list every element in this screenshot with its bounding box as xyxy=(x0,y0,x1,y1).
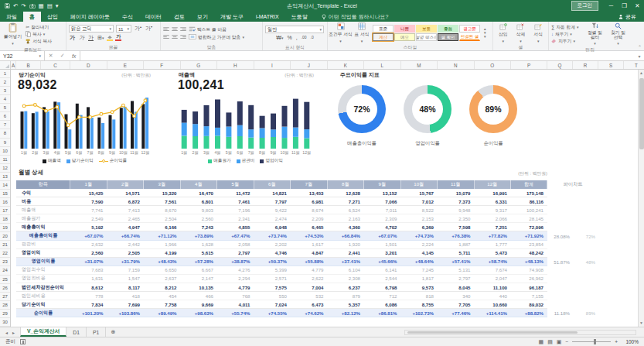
table-cell[interactable]: +77.46% xyxy=(438,309,475,317)
table-cell[interactable]: 4,947 xyxy=(107,223,145,231)
cell-style-memo[interactable]: 메모 xyxy=(394,33,415,41)
camera-icon[interactable] xyxy=(29,4,36,9)
column-header-C[interactable]: C xyxy=(41,61,70,69)
table-cell[interactable]: 89,032 xyxy=(511,300,547,309)
undo-icon[interactable]: ↶ xyxy=(13,3,18,9)
column-header-F[interactable]: F xyxy=(144,61,181,69)
table-cell[interactable]: +89.49% xyxy=(144,309,181,317)
ribbon-tab-7[interactable]: 보기 xyxy=(191,12,214,22)
table-cell[interactable]: 6,166 xyxy=(144,223,181,231)
column-header-D[interactable]: D xyxy=(70,61,107,69)
table-cell[interactable]: 7,575 xyxy=(254,283,291,292)
customize-qat-icon[interactable]: ▾ xyxy=(56,3,59,9)
enter-icon[interactable]: ✓ xyxy=(60,53,65,59)
close-button[interactable]: ✕ xyxy=(631,0,644,12)
table-cell[interactable]: +114.41% xyxy=(475,309,512,317)
table-cell[interactable]: +76.38% xyxy=(438,231,475,240)
table-cell[interactable]: 1,547 xyxy=(107,275,145,283)
table-cell[interactable]: 6,331 xyxy=(475,197,512,206)
table-cell[interactable]: 7,674 xyxy=(475,266,512,275)
table-cell[interactable]: 6,667 xyxy=(181,266,218,275)
redo-icon[interactable]: ↷ xyxy=(21,3,26,9)
table-cell[interactable]: 2,308 xyxy=(328,275,365,283)
table-cell[interactable]: +31.07% xyxy=(70,258,107,266)
net-income-chart[interactable]: 1월2월3월4월5월6월7월8월9월10월11월12월 xyxy=(19,96,151,156)
cell-style-explan[interactable]: 설명 텍스트 xyxy=(416,33,437,41)
table-cell[interactable]: +67.07% xyxy=(70,231,107,240)
table-cell[interactable]: 7,705 xyxy=(438,300,475,309)
table-cell[interactable]: 4,847 xyxy=(291,249,328,258)
align-top-icon[interactable] xyxy=(163,27,169,32)
table-cell[interactable]: 11,472 xyxy=(217,189,254,197)
table-cell[interactable]: 8,612 xyxy=(70,283,107,292)
table-cell[interactable]: +67.47% xyxy=(217,231,254,240)
row-header-15[interactable]: 15 xyxy=(0,190,10,198)
table-cell[interactable]: 5,399 xyxy=(254,266,291,275)
table-cell[interactable]: 2,797 xyxy=(438,275,475,283)
column-header-E[interactable]: E xyxy=(107,61,145,69)
row-label[interactable]: 법인세비용 xyxy=(16,292,70,300)
ribbon-tab-file[interactable]: 파일 xyxy=(0,12,23,22)
table-cell[interactable]: 418 xyxy=(107,292,145,300)
table-cell[interactable]: 8,522 xyxy=(401,206,438,214)
table-cell[interactable]: 454 xyxy=(144,292,181,300)
row-header-9[interactable]: 9 xyxy=(0,139,10,147)
table-cell[interactable]: 2,505 xyxy=(107,249,145,258)
column-header-T[interactable]: T xyxy=(624,61,644,69)
vertical-scrollbar-thumb[interactable] xyxy=(639,78,644,149)
collapse-ribbon-icon[interactable]: ⌃ xyxy=(638,44,642,50)
column-header-G[interactable]: G xyxy=(181,61,218,69)
table-column-12월[interactable]: 12월 xyxy=(475,180,512,189)
table-cell[interactable]: 96,187 xyxy=(511,283,547,292)
table-column-합계[interactable]: 합계 xyxy=(511,180,547,189)
normal-view-icon[interactable]: ▦ xyxy=(539,339,544,344)
merge-center-button[interactable]: 병합하고 가운데 맞춤▾ xyxy=(189,34,244,40)
table-cell[interactable]: 2,632 xyxy=(70,241,107,249)
decrease-decimal-button[interactable]: .0 xyxy=(310,36,315,39)
ribbon-tab-8[interactable]: 개발 도구 xyxy=(214,12,250,22)
table-cell[interactable]: 100,241 xyxy=(511,206,547,214)
table-cell[interactable]: 7,271 xyxy=(328,197,365,206)
table-cell[interactable]: 7,155 xyxy=(511,292,547,300)
table-column-1월[interactable]: 1월 xyxy=(70,180,107,189)
table-cell[interactable]: +74.73% xyxy=(401,231,438,240)
table-cell[interactable]: 5,615 xyxy=(181,249,218,258)
zoom-in-icon[interactable]: + xyxy=(615,339,618,344)
table-cell[interactable]: 1,887 xyxy=(438,241,475,249)
table-cell[interactable]: 8,670 xyxy=(144,206,181,214)
table-cell[interactable]: 9,317 xyxy=(475,206,512,214)
table-cell[interactable]: 15,767 xyxy=(401,189,438,197)
tell-me-search[interactable]: 어떤 작업을 원하시나요? xyxy=(322,12,389,22)
cell-style-neutral[interactable]: 보통 xyxy=(416,25,437,33)
table-cell[interactable]: +88.82% xyxy=(511,309,547,317)
conditional-formatting-button[interactable]: 조건부 서식▾ xyxy=(330,22,351,43)
table-cell[interactable]: 8,674 xyxy=(291,206,328,214)
row-label[interactable]: 영업이익 xyxy=(16,249,70,258)
align-middle-icon[interactable] xyxy=(172,27,178,32)
row-label[interactable]: 순이익률 xyxy=(16,309,70,317)
table-cell[interactable]: 1,777 xyxy=(475,241,512,249)
underline-button[interactable]: 가 xyxy=(87,35,94,40)
table-cell[interactable]: 2,560 xyxy=(181,214,218,223)
table-cell[interactable]: 3,201 xyxy=(364,249,401,258)
table-cell[interactable]: 2,066 xyxy=(475,214,512,223)
column-header-L[interactable]: L xyxy=(364,61,401,69)
table-cell[interactable]: 2,637 xyxy=(144,275,181,283)
row-header-24[interactable]: 24 xyxy=(0,266,10,275)
table-cell[interactable]: 9,573 xyxy=(401,283,438,292)
table-cell[interactable]: 8,117 xyxy=(107,283,145,292)
row-label[interactable]: 비용 xyxy=(16,197,70,206)
table-cell[interactable]: 2,622 xyxy=(291,275,328,283)
table-cell[interactable]: +103.86% xyxy=(107,309,145,317)
align-center-icon[interactable] xyxy=(172,35,178,39)
sheet-tab-P1[interactable]: P1 xyxy=(87,327,106,337)
zoom-out-icon[interactable]: − xyxy=(565,339,568,344)
table-cell[interactable]: +48.64% xyxy=(401,258,438,266)
row-label[interactable]: 매출액 xyxy=(16,206,70,214)
table-cell[interactable]: 48,242 xyxy=(511,249,547,258)
table-cell[interactable]: 7,834 xyxy=(70,300,107,309)
table-cell[interactable]: 7,373 xyxy=(438,197,475,206)
table-cell[interactable]: 2,153 xyxy=(401,214,438,223)
table-cell[interactable]: 7,758 xyxy=(144,300,181,309)
expand-formula-bar-icon[interactable]: ▾ xyxy=(635,51,644,60)
